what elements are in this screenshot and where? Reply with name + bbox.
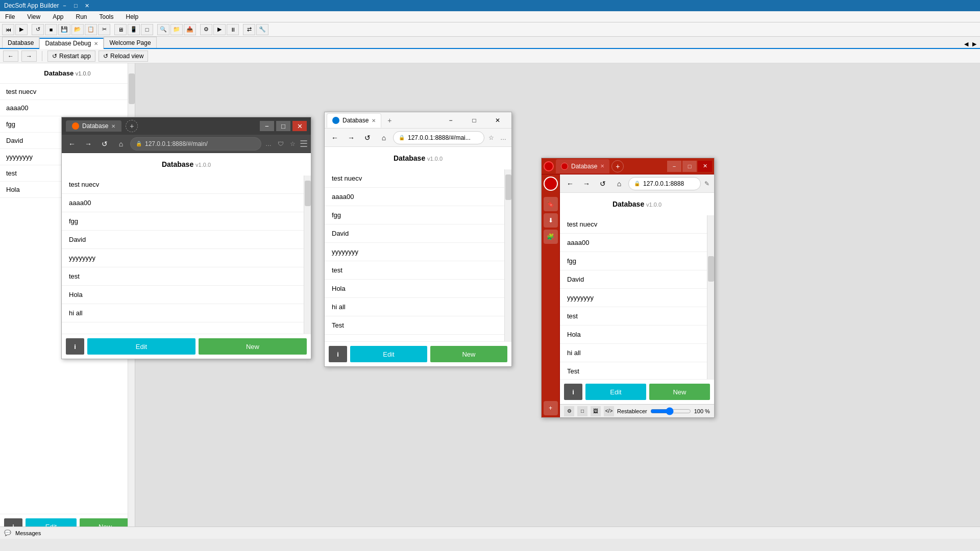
firefox-reload-btn[interactable]: ↺	[97, 137, 112, 151]
toolbar-btn-8[interactable]: ✂	[98, 24, 110, 35]
edge-info-btn[interactable]: i	[329, 346, 347, 362]
opera-home-btn[interactable]: ⌂	[612, 177, 626, 191]
opera-settings-btn[interactable]: ⚙	[564, 406, 574, 416]
menu-file[interactable]: File	[2, 12, 18, 21]
opera-reload-btn[interactable]: ↺	[596, 177, 610, 191]
firefox-item-7[interactable]: hi all	[62, 304, 304, 322]
edge-edit-btn[interactable]: Edit	[350, 346, 427, 362]
opera-add-btn[interactable]: +	[544, 401, 558, 415]
toolbar-btn-2[interactable]: ▶	[15, 24, 28, 35]
opera-view-btn[interactable]: □	[577, 406, 587, 416]
toolbar-btn-1[interactable]: ⏮	[2, 24, 14, 35]
firefox-edit-btn[interactable]: Edit	[87, 338, 195, 355]
list-item-1[interactable]: aaaa00	[0, 100, 128, 116]
toolbar-btn-11[interactable]: □	[141, 24, 153, 35]
toolbar-btn-19[interactable]: 🔧	[256, 24, 268, 35]
firefox-close-btn[interactable]: ✕	[292, 121, 307, 131]
edge-home-btn[interactable]: ⌂	[377, 131, 391, 145]
firefox-item-0[interactable]: test nuecv	[62, 176, 304, 194]
edge-back-btn[interactable]: ←	[328, 131, 342, 145]
firefox-address-bar[interactable]: 🔒 127.0.0.1:8888/#/main/	[130, 137, 261, 151]
firefox-tab[interactable]: Database ✕	[66, 120, 121, 132]
toolbar-btn-16[interactable]: ▶	[213, 24, 226, 35]
opera-item-0[interactable]: test nuecv	[560, 215, 707, 234]
menu-run[interactable]: Run	[73, 12, 90, 21]
firefox-item-1[interactable]: aaaa00	[62, 194, 304, 212]
firefox-star-icon[interactable]: ☆	[288, 140, 298, 147]
edge-star-icon[interactable]: ☆	[486, 134, 496, 141]
opera-download-btn[interactable]: ⬇	[544, 213, 558, 228]
edge-item-6[interactable]: Hola	[325, 280, 504, 298]
edge-close-btn[interactable]: ✕	[486, 112, 509, 129]
opera-zoom-slider[interactable]	[650, 407, 691, 415]
edge-minimize-btn[interactable]: −	[439, 112, 462, 129]
toolbar-btn-12[interactable]: 🔍	[157, 24, 169, 35]
opera-forward-btn[interactable]: →	[579, 177, 594, 191]
menu-app[interactable]: App	[50, 12, 66, 21]
edge-tab-close[interactable]: ✕	[372, 118, 376, 123]
edge-forward-btn[interactable]: →	[344, 131, 358, 145]
toolbar-btn-4[interactable]: ■	[45, 24, 57, 35]
tab-next-btn[interactable]: ►	[971, 40, 978, 48]
opera-extensions-btn[interactable]: 🧩	[544, 230, 558, 244]
opera-scroll[interactable]	[707, 215, 714, 379]
tab-database[interactable]: Database	[2, 37, 39, 48]
opera-tab[interactable]: Database ✕	[556, 159, 609, 173]
edge-item-3[interactable]: David	[325, 224, 504, 243]
firefox-item-2[interactable]: fgg	[62, 212, 304, 231]
edge-scroll[interactable]	[504, 169, 511, 341]
tab-prev-btn[interactable]: ◄	[963, 40, 970, 48]
tab-database-debug-close[interactable]: ✕	[94, 41, 98, 46]
edge-item-8[interactable]: Test	[325, 316, 504, 335]
toolbar-btn-7[interactable]: 📋	[85, 24, 97, 35]
menu-tools[interactable]: Tools	[96, 12, 117, 21]
opera-tab-close[interactable]: ✕	[600, 163, 604, 169]
opera-maximize-btn[interactable]: □	[682, 161, 697, 172]
opera-image-btn[interactable]: 🖼	[591, 406, 601, 416]
close-button[interactable]: ✕	[81, 0, 92, 11]
opera-code-btn[interactable]: </>	[604, 406, 614, 416]
opera-close-btn[interactable]: ✕	[698, 161, 712, 172]
opera-info-btn[interactable]: i	[564, 384, 582, 400]
firefox-maximize-btn[interactable]: □	[276, 121, 290, 131]
opera-edit-btn[interactable]: Edit	[585, 384, 646, 400]
opera-item-2[interactable]: fgg	[560, 252, 707, 270]
restart-btn[interactable]: ↺ Restart app	[47, 51, 95, 62]
toolbar-btn-6[interactable]: 📂	[71, 24, 84, 35]
maximize-button[interactable]: □	[70, 0, 81, 11]
toolbar-btn-3[interactable]: ↺	[32, 24, 44, 35]
arrow-left-btn[interactable]: ←	[3, 51, 18, 62]
firefox-info-btn[interactable]: i	[66, 338, 84, 355]
edge-item-1[interactable]: aaaa00	[325, 188, 504, 206]
opera-new-tab-btn[interactable]: +	[611, 160, 624, 172]
edge-item-7[interactable]: hi all	[325, 298, 504, 316]
arrow-right-btn[interactable]: →	[21, 51, 37, 62]
edge-item-5[interactable]: test	[325, 261, 504, 280]
firefox-forward-btn[interactable]: →	[81, 137, 95, 151]
opera-item-3[interactable]: David	[560, 270, 707, 289]
opera-address-bar[interactable]: 🔒 127.0.0.1:8888	[628, 177, 701, 190]
edge-item-2[interactable]: fgg	[325, 206, 504, 224]
toolbar-btn-13[interactable]: 📁	[170, 24, 183, 35]
firefox-new-btn[interactable]: New	[199, 338, 307, 355]
minimize-button[interactable]: −	[59, 0, 70, 11]
menu-view[interactable]: View	[24, 12, 43, 21]
firefox-item-5[interactable]: test	[62, 267, 304, 286]
firefox-item-3[interactable]: David	[62, 231, 304, 249]
tab-welcome[interactable]: Welcome Page	[104, 37, 156, 48]
edge-item-0[interactable]: test nuecv	[325, 169, 504, 188]
reload-btn[interactable]: ↺ Reload view	[99, 51, 148, 62]
edge-maximize-btn[interactable]: □	[462, 112, 486, 129]
toolbar-btn-15[interactable]: ⚙	[200, 24, 212, 35]
menu-help[interactable]: Help	[123, 12, 142, 21]
firefox-menu-btn[interactable]: ☰	[300, 138, 308, 149]
firefox-minimize-btn[interactable]: −	[260, 121, 274, 131]
tab-database-debug[interactable]: Database Debug ✕	[39, 38, 104, 49]
edge-reload-btn[interactable]: ↺	[360, 131, 375, 145]
firefox-item-4[interactable]: yyyyyyyy	[62, 249, 304, 267]
opera-new-btn[interactable]: New	[649, 384, 710, 400]
firefox-tab-close[interactable]: ✕	[111, 123, 115, 129]
firefox-home-btn[interactable]: ⌂	[114, 137, 128, 151]
toolbar-btn-10[interactable]: 📱	[128, 24, 140, 35]
firefox-back-btn[interactable]: ←	[65, 137, 79, 151]
